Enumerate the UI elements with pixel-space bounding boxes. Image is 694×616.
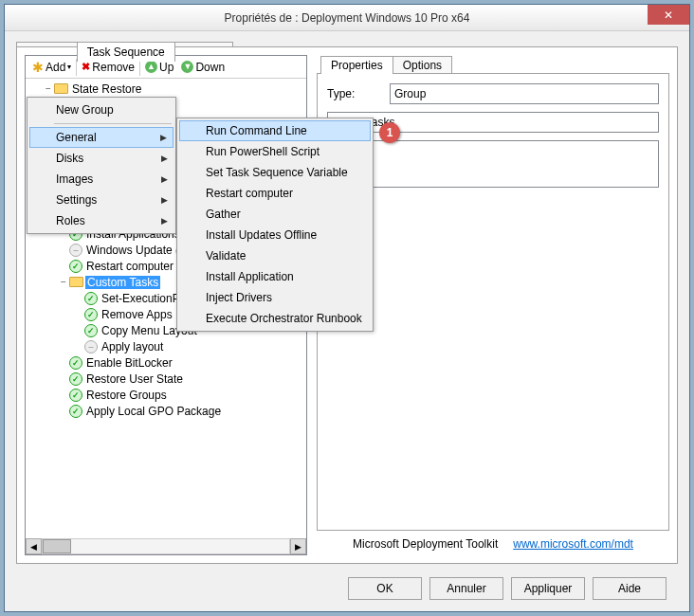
menu-settings[interactable]: Settings▶ xyxy=(29,190,174,210)
menu-general[interactable]: General▶ xyxy=(29,127,174,148)
ok-button[interactable]: OK xyxy=(348,577,422,600)
tree-item[interactable]: –Apply layout xyxy=(27,338,304,354)
submenu-arrow-icon: ▶ xyxy=(161,154,168,163)
footer: Microsoft Deployment Toolkit www.microso… xyxy=(317,533,669,555)
menu-run-command-line[interactable]: Run Command Line xyxy=(179,120,371,141)
scroll-left-icon[interactable]: ◀ xyxy=(26,538,42,554)
dropdown-arrow-icon: ▾ xyxy=(67,63,71,71)
scroll-right-icon[interactable]: ▶ xyxy=(290,538,306,554)
expander-icon[interactable]: − xyxy=(58,277,69,287)
menu-install-updates[interactable]: Install Updates Offline xyxy=(179,225,371,245)
mdt-link[interactable]: www.microsoft.com/mdt xyxy=(513,537,633,551)
mdt-label: Microsoft Deployment Toolkit xyxy=(353,537,498,551)
menu-disks[interactable]: Disks▶ xyxy=(29,148,174,169)
menu-validate[interactable]: Validate xyxy=(179,245,371,266)
close-button[interactable]: ✕ xyxy=(648,5,689,25)
tab-task-sequence[interactable]: Task Sequence xyxy=(77,42,175,62)
check-icon: ✓ xyxy=(69,372,82,386)
submenu-arrow-icon: ▶ xyxy=(161,174,168,184)
tree-item-label: Custom Tasks xyxy=(85,276,160,289)
tree-item[interactable]: ✓Enable BitLocker xyxy=(27,354,304,371)
add-icon: ✱ xyxy=(32,61,44,74)
tree-item-label: Restart computer xyxy=(84,260,175,273)
remove-icon: ✖ xyxy=(82,61,90,73)
type-field xyxy=(390,83,659,104)
expander-icon[interactable]: − xyxy=(43,83,54,94)
menu-new-group[interactable]: New Group xyxy=(29,100,174,120)
annotation-1: 1 xyxy=(379,122,400,143)
check-icon: ✓ xyxy=(84,292,98,305)
titlebar: Propriétés de : Deployment Windows 10 Pr… xyxy=(5,5,689,31)
tree-item[interactable]: ✓Restore Groups xyxy=(27,387,304,403)
tree-item[interactable]: ✓Restore User State xyxy=(27,371,304,387)
menu-exec-orchestrator[interactable]: Execute Orchestrator Runbook xyxy=(179,308,371,329)
menu-install-app[interactable]: Install Application xyxy=(179,266,371,287)
menu-gather[interactable]: Gather xyxy=(179,204,371,225)
tree-item-label: Restore User State xyxy=(84,372,185,386)
tree-item-label: State Restore xyxy=(70,82,143,96)
disabled-icon: – xyxy=(69,244,82,257)
check-icon: ✓ xyxy=(69,356,82,370)
check-icon: ✓ xyxy=(69,389,82,402)
tab-options[interactable]: Options xyxy=(393,56,452,74)
window-title: Propriétés de : Deployment Windows 10 Pr… xyxy=(225,11,470,25)
check-icon: ✓ xyxy=(69,260,82,273)
type-label: Type: xyxy=(327,87,390,100)
tree-item-label: Remove Apps xyxy=(100,308,174,321)
menu-run-powershell[interactable]: Run PowerShell Script xyxy=(179,141,371,162)
tree-item-label: Enable BitLocker xyxy=(84,356,174,370)
folder-icon xyxy=(54,83,68,94)
general-submenu: Run Command Line Run PowerShell Script S… xyxy=(176,118,374,332)
add-menu: New Group General▶ Disks▶ Images▶ Settin… xyxy=(27,97,176,234)
folder-icon xyxy=(69,277,83,287)
disabled-icon: – xyxy=(84,340,98,353)
add-button[interactable]: ✱ Add ▾ xyxy=(29,58,74,77)
submenu-arrow-icon: ▶ xyxy=(160,133,167,142)
close-icon: ✕ xyxy=(664,9,673,21)
tab-properties[interactable]: Properties xyxy=(320,56,393,74)
up-icon: ▲ xyxy=(145,61,157,73)
check-icon: ✓ xyxy=(69,405,82,418)
menu-images[interactable]: Images▶ xyxy=(29,169,174,190)
tree-item[interactable]: ✓Apply Local GPO Package xyxy=(27,403,304,419)
horizontal-scrollbar[interactable]: ◀ ▶ xyxy=(26,538,306,554)
menu-restart[interactable]: Restart computer xyxy=(179,183,371,204)
tree-item-label: Apply layout xyxy=(100,340,165,353)
down-icon: ▼ xyxy=(181,61,193,73)
dialog-buttons: OK Annuler Appliquer Aide xyxy=(348,577,667,600)
tree-item-label: Apply Local GPO Package xyxy=(84,405,223,418)
name-field[interactable] xyxy=(327,112,659,133)
menu-roles[interactable]: Roles▶ xyxy=(29,210,174,231)
help-button[interactable]: Aide xyxy=(593,577,667,600)
tree-item-label: Restore Groups xyxy=(84,389,169,402)
down-button[interactable]: ▼ Down xyxy=(178,58,228,77)
description-field[interactable] xyxy=(327,140,659,188)
check-icon: ✓ xyxy=(84,308,98,321)
menu-set-variable[interactable]: Set Task Sequence Variable xyxy=(179,162,371,183)
cancel-button[interactable]: Annuler xyxy=(429,577,503,600)
tree-item[interactable]: −State Restore xyxy=(27,81,304,97)
menu-inject-drivers[interactable]: Inject Drivers xyxy=(179,287,371,308)
submenu-arrow-icon: ▶ xyxy=(161,216,168,226)
check-icon: ✓ xyxy=(84,324,98,337)
submenu-arrow-icon: ▶ xyxy=(161,195,168,205)
apply-button[interactable]: Appliquer xyxy=(511,577,585,600)
